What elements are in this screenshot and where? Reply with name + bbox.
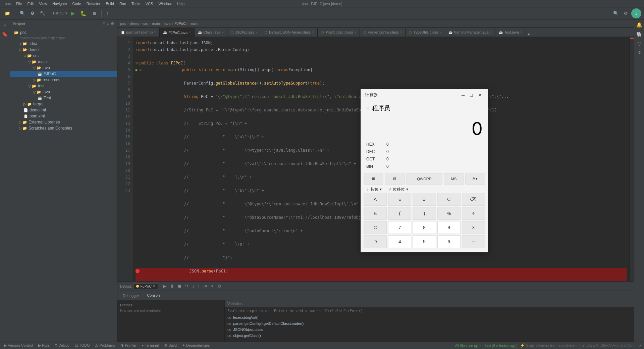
menu-run[interactable]: Run [117, 1, 128, 6]
menu-code[interactable]: Code [70, 1, 83, 6]
breadcrumb-demo[interactable]: demo [130, 21, 139, 26]
var-item-1[interactable]: oo lexer.stringVal() [225, 314, 634, 320]
profiler-btn[interactable]: ◑ Profiler [119, 343, 138, 348]
tab-misccodec[interactable]: ⬡ MiscCodec.class × [318, 28, 360, 37]
tab-namingmanager[interactable]: ☕ NamingManager.java × [445, 28, 496, 37]
debug-settings-btn[interactable]: ⚙ [216, 283, 222, 290]
var-item-4[interactable]: oo object.getClass() [225, 333, 634, 339]
breadcrumb-main-method[interactable]: main [190, 21, 198, 26]
sidebar-tool-settings[interactable]: ⚙ [111, 21, 114, 26]
tree-item-resources[interactable]: ▷ 📁 resources [10, 77, 117, 83]
toolbar-build-btn[interactable]: 🔨 [38, 9, 47, 17]
menu-build[interactable]: Build [104, 1, 116, 6]
tab-class[interactable]: ☕ Class.java × [195, 28, 227, 37]
tree-item-external-libs[interactable]: ▷ 📁 External Libraries [10, 119, 117, 125]
tab-close-djp[interactable]: × [312, 31, 314, 34]
menu-edit[interactable]: Edit [25, 1, 36, 6]
debug-resume-btn[interactable]: ▶ [162, 283, 167, 290]
calc-btn-lparen[interactable]: ( [388, 207, 411, 220]
tab-close-misc[interactable]: × [354, 31, 356, 34]
menu-view[interactable]: View [37, 1, 49, 6]
tab-debugger[interactable]: Debugger [120, 292, 142, 299]
debug-step-into-btn[interactable]: ↓ [191, 283, 196, 290]
calc-btn-8[interactable]: 8 [413, 221, 436, 234]
calc-btn-multiply[interactable]: × [462, 221, 485, 234]
menu-refactor[interactable]: Refactor [85, 1, 103, 6]
tree-item-fjpoc[interactable]: ☕ FJPoC [10, 71, 117, 77]
sidebar-tool-expand[interactable]: ⊞ [102, 21, 106, 26]
toolbar-git-btn[interactable]: ↑ [104, 9, 111, 17]
tabs-overflow-btn[interactable]: ▾ [526, 32, 532, 37]
tab-close-pc[interactable]: × [400, 31, 402, 34]
debug-step-out-btn[interactable]: ↑ [197, 283, 201, 290]
tab-close-class[interactable]: × [222, 31, 224, 34]
chip-close-icon[interactable]: × [153, 284, 155, 288]
menu-file[interactable]: File [14, 1, 24, 6]
tab-close-test[interactable]: × [520, 31, 522, 34]
tree-item-pom[interactable]: 📋 pom.xml [10, 113, 117, 119]
breadcrumb-java[interactable]: java [164, 21, 170, 26]
calc-shift-btn[interactable]: 位移位 ▾ [393, 187, 408, 192]
right-icon-database[interactable]: 🗄 [636, 49, 643, 57]
menu-navigate[interactable]: Navigate [50, 1, 69, 6]
calc-btn-divide[interactable]: ÷ [462, 207, 485, 220]
breadcrumb-fjpoc[interactable]: FJPoC [174, 21, 186, 26]
debug-run-cursor-btn[interactable]: ⇥ [202, 283, 208, 290]
calc-min-btn[interactable]: ─ [460, 92, 467, 98]
tree-item-path[interactable]: .fajavasec-env\jndi-fastjson\poc [10, 36, 117, 41]
tab-test[interactable]: ☕ Test.java × [495, 28, 526, 37]
menu-help[interactable]: Help [175, 1, 187, 6]
menu-poc[interactable]: poc [3, 1, 13, 6]
tree-item-java[interactable]: ▽ 📂 java [10, 65, 117, 71]
hex-label[interactable]: HEX [366, 141, 386, 148]
calc-btn-lshift[interactable]: « [388, 193, 411, 206]
tab-json[interactable]: ⬡ JSON.class × [227, 28, 261, 37]
breakpoint-dot[interactable] [136, 269, 140, 273]
calc-close-btn[interactable]: ✕ [476, 92, 484, 98]
tree-item-test[interactable]: ▽ 📂 test [10, 83, 117, 89]
stop-btn[interactable]: ⏹ [90, 9, 99, 17]
dec-label[interactable]: DEC [366, 148, 386, 155]
menu-window[interactable]: Window [156, 1, 173, 6]
tree-item-test-class[interactable]: ☕ Test [10, 95, 117, 101]
calc-btn-ms[interactable]: MS [444, 173, 464, 185]
breadcrumb-src[interactable]: src [143, 21, 148, 26]
toolbar-open-btn[interactable]: 📁 [3, 9, 12, 17]
tab-fjpoc[interactable]: ☕ FJPoC.java × [160, 28, 195, 37]
terminal-btn[interactable]: ▸ Terminal [141, 343, 160, 348]
problems-btn[interactable]: ⚠ Problems [94, 343, 116, 348]
calc-btn-7[interactable]: 7 [388, 221, 411, 234]
tab-close-json[interactable]: × [256, 31, 258, 34]
run-btn[interactable]: ▶ [69, 9, 77, 18]
calc-btn-D[interactable]: D [364, 235, 387, 248]
debug-chip[interactable]: FJPoC × [133, 283, 158, 289]
tree-item-scratches[interactable]: ▷ 📁 Scratches and Consoles [10, 125, 117, 131]
calc-btn-rparen[interactable]: ) [413, 207, 436, 220]
calc-hamburger-icon[interactable]: ≡ [366, 105, 369, 111]
debug-step-over-btn[interactable]: ↷ [184, 283, 190, 290]
tab-close-nm[interactable]: × [490, 31, 492, 34]
tree-item-src[interactable]: ▽ 📂 src [10, 53, 117, 59]
toolbar-settings2-btn[interactable]: ⚙ [622, 9, 630, 17]
calc-btn-backspace[interactable]: ⌫ [462, 193, 485, 206]
expression-input[interactable] [227, 309, 631, 313]
build-btn[interactable]: ⚙ Build [163, 343, 178, 348]
version-control-btn[interactable]: ▶ Version Control [3, 343, 34, 348]
toolbar-search-everywhere-btn[interactable]: 🔍 [18, 9, 27, 17]
tree-item-demo-iml[interactable]: 📄 demo.iml [10, 107, 117, 113]
calc-btn-m-arrow[interactable]: M▾ [465, 173, 485, 185]
calc-btn-A[interactable]: A [364, 193, 387, 206]
tree-item-java2[interactable]: ▽ 📂 java [10, 89, 117, 95]
right-icon-gradle[interactable]: 🐘 [635, 30, 643, 38]
var-item-2[interactable]: oo parser.getConfig().getDefaultClassLoa… [225, 320, 634, 327]
tab-typeutils[interactable]: ⬡ TypeUtils.class × [406, 28, 445, 37]
tree-item-target[interactable]: ▷ 📁 target [10, 101, 117, 107]
calc-btn-9[interactable]: 9 [437, 221, 461, 234]
debug-stop-btn[interactable]: ⏹ [176, 283, 183, 290]
calc-bitwise-btn[interactable]: 按位 ▾ [371, 187, 382, 192]
tree-item-demo[interactable]: ▽ 📂 demo [10, 47, 117, 53]
var-item-3[interactable]: oo JSONObject.class [225, 327, 634, 333]
left-icon-structure[interactable]: ≡ [2, 21, 7, 29]
calc-btn-5[interactable]: 5 [413, 235, 436, 248]
calc-btn-4[interactable]: 4 [388, 235, 411, 248]
